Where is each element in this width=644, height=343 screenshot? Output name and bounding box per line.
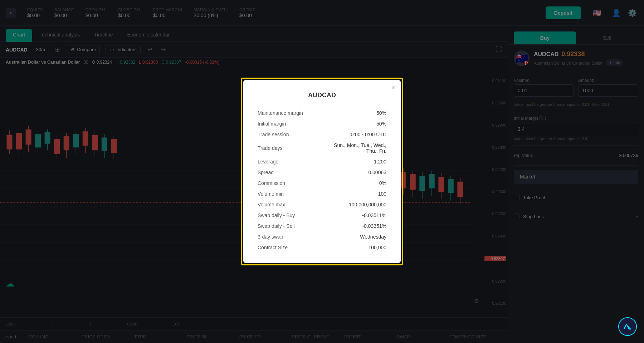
modal-field-value: 100,000 (328, 242, 386, 253)
modal-field-label: Trade days (258, 140, 328, 156)
modal-field-label: Volume min (258, 188, 328, 199)
modal-table-row: Leverage1:200 (258, 156, 386, 167)
modal-table-row: Swap daily - Sell-0.03351% (258, 221, 386, 231)
modal-table-row: Trade session0:00 - 0:00 UTC (258, 129, 386, 140)
modal-table-row: Trade daysSun., Mon., Tue., Wed., Thu., … (258, 140, 386, 156)
modal-overlay: × AUDCAD Maintenance margin50%Initial ma… (0, 26, 508, 343)
modal-field-label: Trade session (258, 129, 328, 140)
modal-field-value: 100 (328, 188, 386, 199)
modal-field-label: Commission (258, 178, 328, 188)
modal-field-value: 0:00 - 0:00 UTC (328, 129, 386, 140)
modal-field-value: 100,000,000,000 (328, 199, 386, 210)
modal-title: AUDCAD (258, 92, 386, 99)
chart-area: Chart Technical analysis Timeline Econom… (0, 26, 508, 343)
modal-table-row: Initial margin50% (258, 118, 386, 129)
modal-field-label: Initial margin (258, 118, 328, 129)
modal-table-row: Contract Size100,000 (258, 242, 386, 253)
modal-field-value: 1:200 (328, 156, 386, 167)
modal-field-value: Sun., Mon., Tue., Wed., Thu., Fri. (328, 140, 386, 156)
modal-field-label: Maintenance margin (258, 108, 328, 118)
modal-field-label: Volume max (258, 199, 328, 210)
modal-close-button[interactable]: × (391, 84, 395, 91)
modal-table-row: Volume max100,000,000,000 (258, 199, 386, 210)
modal-field-label: Swap daily - Buy (258, 210, 328, 221)
modal-field-label: Spread (258, 167, 328, 178)
modal-field-value: 0% (328, 178, 386, 188)
svg-point-53 (629, 328, 631, 330)
modal-table-row: Spread0.00063 (258, 167, 386, 178)
modal-field-label: 3-day swap (258, 231, 328, 242)
modal-field-value: Wednesday (328, 231, 386, 242)
modal-field-value: 0.00063 (328, 167, 386, 178)
modal-table-row: 3-day swapWednesday (258, 231, 386, 242)
modal-highlight-border: × AUDCAD Maintenance margin50%Initial ma… (241, 78, 403, 265)
brand-logo[interactable] (618, 317, 637, 336)
modal-table-row: Swap daily - Buy-0.03511% (258, 210, 386, 221)
modal-field-value: 50% (328, 108, 386, 118)
modal-table-row: Volume min100 (258, 188, 386, 199)
modal-dialog: × AUDCAD Maintenance margin50%Initial ma… (243, 80, 401, 263)
modal-table-row: Commission0% (258, 178, 386, 188)
modal-field-value: 50% (328, 118, 386, 129)
main-layout: Chart Technical analysis Timeline Econom… (0, 26, 644, 343)
modal-field-value: -0.03511% (328, 210, 386, 221)
modal-field-label: Leverage (258, 156, 328, 167)
modal-field-label: Contract Size (258, 242, 328, 253)
modal-info-table: Maintenance margin50%Initial margin50%Tr… (258, 108, 386, 253)
modal-field-value: -0.03351% (328, 221, 386, 231)
modal-field-label: Swap daily - Sell (258, 221, 328, 231)
modal-table-row: Maintenance margin50% (258, 108, 386, 118)
